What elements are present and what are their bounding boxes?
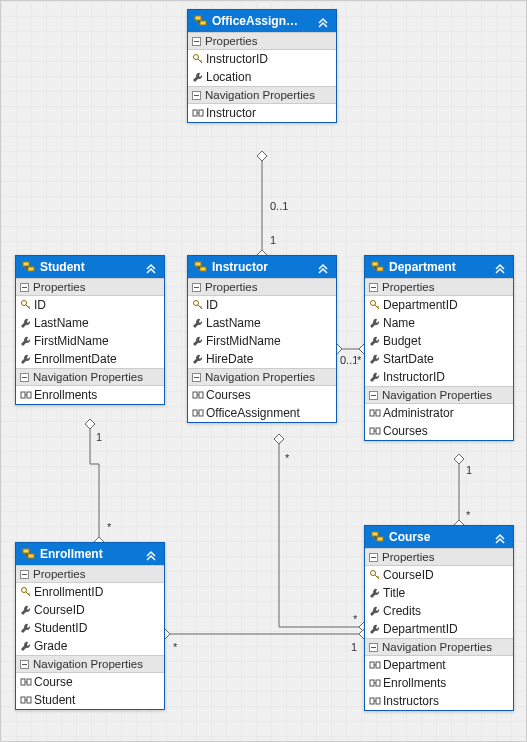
property-row[interactable]: ID: [16, 296, 164, 314]
entity-header[interactable]: OfficeAssign…: [188, 10, 336, 32]
nav-row[interactable]: Courses: [188, 386, 336, 404]
section-nav-header[interactable]: Navigation Properties: [188, 368, 336, 386]
entity-type-icon: [22, 260, 36, 274]
section-label: Properties: [33, 281, 85, 293]
nav-row[interactable]: Department: [365, 656, 513, 674]
property-row[interactable]: LastName: [16, 314, 164, 332]
entity-enrollment[interactable]: EnrollmentPropertiesEnrollmentIDCourseID…: [15, 542, 165, 710]
entity-student[interactable]: StudentPropertiesIDLastNameFirstMidNameE…: [15, 255, 165, 405]
collapse-icon[interactable]: [316, 260, 330, 274]
collapse-toggle-icon[interactable]: [192, 283, 201, 292]
property-row[interactable]: Name: [365, 314, 513, 332]
property-row[interactable]: CourseID: [365, 566, 513, 584]
property-row[interactable]: FirstMidName: [16, 332, 164, 350]
property-name: InstructorID: [383, 370, 445, 384]
nav-name: Courses: [383, 424, 428, 438]
wrench-icon: [369, 317, 381, 329]
nav-row[interactable]: Courses: [365, 422, 513, 440]
entity-title: Student: [40, 260, 140, 274]
property-row[interactable]: EnrollmentDate: [16, 350, 164, 368]
svg-point-12: [194, 301, 199, 306]
property-row[interactable]: CourseID: [16, 601, 164, 619]
section-properties-header[interactable]: Properties: [188, 32, 336, 50]
nav-property-icon: [20, 676, 32, 688]
property-row[interactable]: DepartmentID: [365, 296, 513, 314]
section-properties-header[interactable]: Properties: [365, 548, 513, 566]
nav-property-icon: [20, 389, 32, 401]
collapse-toggle-icon[interactable]: [369, 283, 378, 292]
wrench-icon: [369, 623, 381, 635]
property-name: StartDate: [383, 352, 434, 366]
entity-office[interactable]: OfficeAssign…PropertiesInstructorIDLocat…: [187, 9, 337, 123]
entity-header[interactable]: Student: [16, 256, 164, 278]
entity-instructor[interactable]: InstructorPropertiesIDLastNameFirstMidNa…: [187, 255, 337, 423]
svg-rect-36: [370, 680, 374, 686]
collapse-icon[interactable]: [144, 260, 158, 274]
collapse-toggle-icon[interactable]: [192, 37, 201, 46]
section-properties-header[interactable]: Properties: [188, 278, 336, 296]
collapse-toggle-icon[interactable]: [20, 283, 29, 292]
section-properties-header[interactable]: Properties: [16, 278, 164, 296]
section-properties-header[interactable]: Properties: [365, 278, 513, 296]
entity-type-icon: [194, 260, 208, 274]
nav-property-icon: [192, 389, 204, 401]
collapse-toggle-icon[interactable]: [192, 373, 201, 382]
property-row[interactable]: LastName: [188, 314, 336, 332]
section-nav-header[interactable]: Navigation Properties: [365, 386, 513, 404]
entity-header[interactable]: Enrollment: [16, 543, 164, 565]
nav-row[interactable]: Instructor: [188, 104, 336, 122]
nav-row[interactable]: Instructors: [365, 692, 513, 710]
collapse-toggle-icon[interactable]: [369, 643, 378, 652]
nav-row[interactable]: Administrator: [365, 404, 513, 422]
nav-name: Student: [34, 693, 75, 707]
nav-row[interactable]: Student: [16, 691, 164, 709]
nav-row[interactable]: Enrollments: [16, 386, 164, 404]
collapse-toggle-icon[interactable]: [369, 553, 378, 562]
collapse-toggle-icon[interactable]: [192, 91, 201, 100]
svg-point-33: [371, 571, 376, 576]
entity-header[interactable]: Department: [365, 256, 513, 278]
collapse-icon[interactable]: [493, 260, 507, 274]
section-nav-header[interactable]: Navigation Properties: [16, 655, 164, 673]
nav-property-icon: [20, 694, 32, 706]
property-row[interactable]: InstructorID: [188, 50, 336, 68]
entity-header[interactable]: Instructor: [188, 256, 336, 278]
property-row[interactable]: EnrollmentID: [16, 583, 164, 601]
property-name: ID: [206, 298, 218, 312]
property-row[interactable]: Budget: [365, 332, 513, 350]
entity-header[interactable]: Course: [365, 526, 513, 548]
collapse-toggle-icon[interactable]: [20, 660, 29, 669]
property-row[interactable]: FirstMidName: [188, 332, 336, 350]
collapse-icon[interactable]: [144, 547, 158, 561]
property-row[interactable]: StudentID: [16, 619, 164, 637]
property-row[interactable]: ID: [188, 296, 336, 314]
property-row[interactable]: Location: [188, 68, 336, 86]
svg-rect-37: [376, 680, 380, 686]
collapse-toggle-icon[interactable]: [369, 391, 378, 400]
nav-name: Administrator: [383, 406, 454, 420]
property-row[interactable]: InstructorID: [365, 368, 513, 386]
property-row[interactable]: HireDate: [188, 350, 336, 368]
entity-course[interactable]: CoursePropertiesCourseIDTitleCreditsDepa…: [364, 525, 514, 711]
property-row[interactable]: StartDate: [365, 350, 513, 368]
section-label: Properties: [33, 568, 85, 580]
collapse-toggle-icon[interactable]: [20, 570, 29, 579]
property-row[interactable]: Credits: [365, 602, 513, 620]
multiplicity-label: *: [356, 354, 362, 366]
property-row[interactable]: Grade: [16, 637, 164, 655]
collapse-toggle-icon[interactable]: [20, 373, 29, 382]
diagram-canvas[interactable]: 0..110..1*1***1**1 OfficeAssign…Properti…: [0, 0, 527, 742]
section-nav-header[interactable]: Navigation Properties: [16, 368, 164, 386]
section-nav-header[interactable]: Navigation Properties: [365, 638, 513, 656]
property-row[interactable]: DepartmentID: [365, 620, 513, 638]
property-row[interactable]: Title: [365, 584, 513, 602]
entity-department[interactable]: DepartmentPropertiesDepartmentIDNameBudg…: [364, 255, 514, 441]
nav-row[interactable]: Enrollments: [365, 674, 513, 692]
section-nav-header[interactable]: Navigation Properties: [188, 86, 336, 104]
collapse-icon[interactable]: [316, 14, 330, 28]
nav-row[interactable]: Course: [16, 673, 164, 691]
section-properties-header[interactable]: Properties: [16, 565, 164, 583]
property-name: DepartmentID: [383, 298, 458, 312]
collapse-icon[interactable]: [493, 530, 507, 544]
nav-row[interactable]: OfficeAssignment: [188, 404, 336, 422]
